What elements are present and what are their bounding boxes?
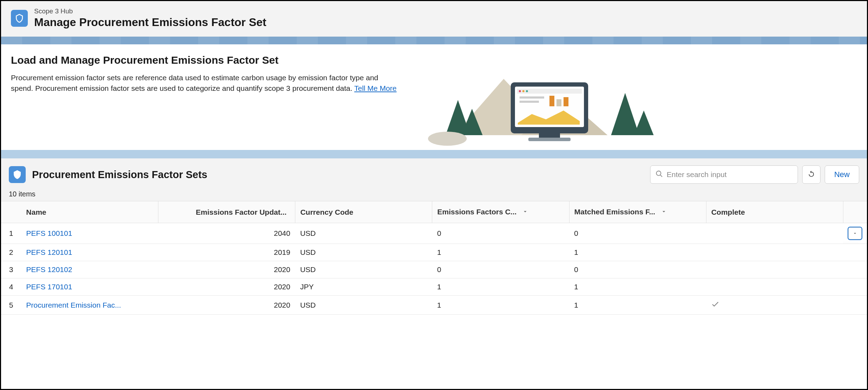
row-actions-cell — [843, 278, 867, 296]
row-mef: 1 — [569, 296, 706, 315]
row-name-cell: PEFS 170101 — [21, 278, 158, 296]
row-actions-cell — [843, 296, 867, 315]
record-link[interactable]: Procurement Emission Fac... — [26, 301, 121, 309]
row-mef: 1 — [569, 244, 706, 261]
svg-rect-20 — [528, 138, 571, 141]
row-year: 2020 — [158, 261, 295, 278]
svg-rect-17 — [564, 97, 568, 106]
row-year: 2020 — [158, 296, 295, 315]
row-year: 2040 — [158, 223, 295, 244]
row-index: 3 — [1, 261, 21, 278]
row-actions-cell — [843, 244, 867, 261]
decorative-band-top — [1, 37, 867, 44]
chevron-down-icon — [522, 208, 528, 216]
tell-me-more-link[interactable]: Tell Me More — [354, 84, 397, 92]
table-row: 4PEFS 1701012020JPY11 — [1, 278, 867, 296]
row-complete — [706, 223, 843, 244]
caret-down-icon — [853, 231, 857, 236]
row-efc: 1 — [432, 244, 569, 261]
col-header-complete[interactable]: Complete — [706, 201, 843, 223]
intro-body-text: Procurement emission factor sets are ref… — [11, 74, 378, 92]
col-header-currency[interactable]: Currency Code — [295, 201, 432, 223]
svg-point-6 — [428, 132, 467, 146]
refresh-icon — [807, 170, 815, 179]
intro-card: Load and Manage Procurement Emissions Fa… — [1, 44, 867, 150]
record-link[interactable]: PEFS 170101 — [26, 283, 72, 291]
row-index: 4 — [1, 278, 21, 296]
app-icon — [11, 10, 28, 27]
row-currency: USD — [295, 223, 432, 244]
row-index: 2 — [1, 244, 21, 261]
search-icon — [655, 170, 663, 179]
breadcrumb: Scope 3 Hub — [34, 7, 266, 15]
svg-rect-19 — [539, 133, 560, 138]
table-row: 2PEFS 1201012019USD11 — [1, 244, 867, 261]
intro-body: Procurement emission factor sets are ref… — [11, 73, 398, 94]
col-header-efc-label: Emissions Factors C... — [437, 208, 516, 216]
row-currency: JPY — [295, 278, 432, 296]
record-link[interactable]: PEFS 100101 — [26, 229, 72, 237]
row-efc: 1 — [432, 296, 569, 315]
row-currency: USD — [295, 261, 432, 278]
col-header-year[interactable]: Emissions Factor Updat... — [158, 201, 295, 223]
row-year: 2019 — [158, 244, 295, 261]
row-complete — [706, 278, 843, 296]
list-header: Procurement Emissions Factor Sets New 10… — [1, 158, 867, 201]
list-icon — [9, 166, 26, 183]
row-mef: 1 — [569, 278, 706, 296]
row-index: 5 — [1, 296, 21, 315]
list-title: Procurement Emissions Factor Sets — [32, 169, 644, 181]
table-row: 3PEFS 1201022020USD00 — [1, 261, 867, 278]
row-index: 1 — [1, 223, 21, 244]
row-efc: 0 — [432, 261, 569, 278]
row-actions-cell: EditDeleteMatch Categories — [843, 223, 867, 244]
row-efc: 1 — [432, 278, 569, 296]
col-header-name[interactable]: Name — [21, 201, 158, 223]
row-complete — [706, 244, 843, 261]
svg-rect-13 — [520, 96, 544, 99]
row-mef: 0 — [569, 223, 706, 244]
col-header-mef-label: Matched Emissions F... — [574, 208, 655, 216]
row-name-cell: PEFS 100101 — [21, 223, 158, 244]
row-efc: 0 — [432, 223, 569, 244]
table-row: 5Procurement Emission Fac...2020USD11 — [1, 296, 867, 315]
intro-title: Load and Manage Procurement Emissions Fa… — [11, 54, 398, 66]
data-table: Name Emissions Factor Updat... Currency … — [1, 201, 867, 315]
svg-rect-15 — [549, 96, 554, 106]
search-field[interactable] — [650, 165, 798, 184]
row-actions-button[interactable] — [848, 227, 862, 239]
row-currency: USD — [295, 296, 432, 315]
new-button[interactable]: New — [825, 165, 859, 184]
page-header: Scope 3 Hub Manage Procurement Emissions… — [1, 1, 867, 37]
svg-marker-5 — [634, 111, 654, 135]
row-name-cell: Procurement Emission Fac... — [21, 296, 158, 315]
item-count: 10 items — [9, 190, 859, 198]
record-link[interactable]: PEFS 120101 — [26, 248, 72, 256]
row-year: 2020 — [158, 278, 295, 296]
record-link[interactable]: PEFS 120102 — [26, 265, 72, 273]
col-header-mef[interactable]: Matched Emissions F... — [569, 201, 706, 223]
svg-point-11 — [522, 90, 524, 92]
svg-marker-4 — [611, 93, 639, 135]
svg-point-12 — [526, 90, 528, 92]
svg-rect-14 — [520, 101, 539, 103]
chevron-down-icon — [661, 208, 667, 216]
row-mef: 0 — [569, 261, 706, 278]
col-header-actions — [843, 201, 867, 223]
row-name-cell: PEFS 120102 — [21, 261, 158, 278]
refresh-button[interactable] — [802, 165, 820, 184]
search-input[interactable] — [667, 170, 793, 179]
table-header-row: Name Emissions Factor Updat... Currency … — [1, 201, 867, 223]
intro-illustration — [412, 54, 666, 146]
table-row: 1PEFS 1001012040USD00EditDeleteMatch Cat… — [1, 223, 867, 244]
col-header-index — [1, 201, 21, 223]
col-header-efc[interactable]: Emissions Factors C... — [432, 201, 569, 223]
page-title: Manage Procurement Emissions Factor Set — [34, 16, 266, 29]
row-currency: USD — [295, 244, 432, 261]
row-actions-cell — [843, 261, 867, 278]
row-name-cell: PEFS 120101 — [21, 244, 158, 261]
row-complete — [706, 296, 843, 315]
svg-point-10 — [519, 90, 521, 92]
svg-rect-16 — [556, 99, 561, 106]
decorative-band-mid — [1, 150, 867, 158]
